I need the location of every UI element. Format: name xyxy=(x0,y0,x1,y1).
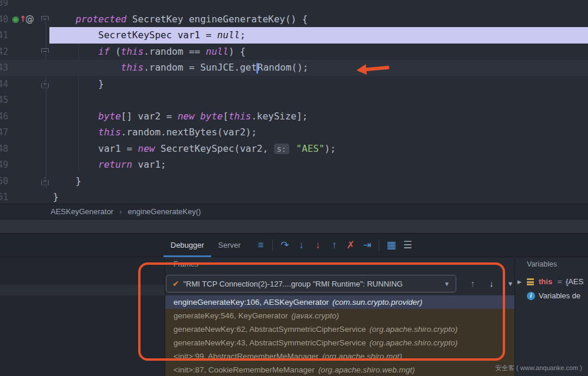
code-line[interactable]: 45 xyxy=(0,92,588,108)
variable-name: this xyxy=(539,275,552,288)
gutter[interactable]: 51 xyxy=(0,189,49,204)
breadcrumb-method[interactable]: engineGenerateKey() xyxy=(128,207,201,216)
frames-filter-button[interactable]: ▼ xyxy=(504,275,514,292)
code-line[interactable]: 48 var1 = new SecretKeySpec(var2, s: "AE… xyxy=(0,141,588,157)
code-line[interactable]: 43 this.random = SunJCE.getRandom(); xyxy=(0,59,588,76)
code-line[interactable]: 46 byte[] var2 = new byte[this.keySize]; xyxy=(0,108,588,125)
variable-row-this[interactable]: ▶ this = {AES xyxy=(515,275,588,288)
line-number[interactable]: 44 xyxy=(0,76,8,93)
fold-start-marker-icon[interactable]: − xyxy=(41,16,49,24)
gutter[interactable]: 49 xyxy=(0,157,49,173)
line-number[interactable]: 42 xyxy=(0,44,8,61)
step-over-icon[interactable]: ↷ xyxy=(276,234,293,257)
threads-panel xyxy=(0,258,165,376)
line-number[interactable]: 48 xyxy=(0,141,8,158)
variable-value: {AES xyxy=(566,275,583,288)
variables-info-row: i Variables de xyxy=(515,290,588,302)
run-to-cursor-icon[interactable]: ⇥ xyxy=(359,234,375,257)
frame-row[interactable]: generateNewKey:62, AbstractSymmetricCiph… xyxy=(165,322,514,336)
gutter[interactable]: 41 xyxy=(0,27,49,44)
code-text: } xyxy=(49,76,588,92)
force-step-into-icon[interactable]: ↓ xyxy=(309,234,326,257)
expand-toggle-icon[interactable]: ▶ xyxy=(517,275,522,288)
frame-package: (org.apache.shiro.crypto) xyxy=(369,338,457,347)
view-menu-icon[interactable]: ≡ xyxy=(252,234,269,257)
variable-icon xyxy=(527,278,534,285)
line-number[interactable]: 40 xyxy=(0,12,8,28)
code-token: } xyxy=(53,191,59,202)
gutter[interactable]: 50− xyxy=(0,173,49,189)
gutter[interactable]: 40↑@− xyxy=(0,11,49,28)
code-token: s: xyxy=(274,144,289,154)
tab-debugger[interactable]: Debugger xyxy=(163,234,211,257)
line-number[interactable]: 51 xyxy=(0,189,8,204)
code-line[interactable]: 50− } xyxy=(0,173,588,189)
evaluate-grid-icon[interactable]: ▦ xyxy=(383,234,399,257)
line-number[interactable]: 47 xyxy=(0,125,8,141)
frame-location: <init>:87, CookieRememberMeManager xyxy=(173,365,315,374)
variables-info-message: Variables de xyxy=(539,290,580,302)
frame-row[interactable]: generateNewKey:43, AbstractSymmetricCiph… xyxy=(165,336,514,350)
step-out-icon[interactable]: ↑ xyxy=(326,234,342,257)
line-number[interactable]: 41 xyxy=(0,28,8,44)
code-token: byte xyxy=(98,111,121,122)
code-line[interactable]: 39 xyxy=(0,0,588,11)
gutter[interactable]: 46 xyxy=(0,108,49,125)
frame-down-button[interactable]: ↓ xyxy=(485,275,498,292)
line-number[interactable]: 50 xyxy=(0,174,8,190)
code-line[interactable]: 40↑@− protected SecretKey engineGenerate… xyxy=(0,11,588,28)
code-token: ; xyxy=(240,29,246,41)
line-number[interactable]: 43 xyxy=(0,60,8,76)
gutter[interactable]: 44− xyxy=(0,76,49,92)
breadcrumb-class[interactable]: AESKeyGenerator xyxy=(51,207,113,216)
code-token: this xyxy=(121,62,144,73)
fold-end-marker-icon[interactable]: − xyxy=(41,178,49,185)
frame-row[interactable]: engineGenerateKey:106, AESKeyGenerator(c… xyxy=(165,295,514,309)
code-token: var1 = xyxy=(98,143,138,154)
frame-row[interactable]: <init>:87, CookieRememberMeManager(org.a… xyxy=(165,363,514,376)
gutter[interactable]: 39 xyxy=(0,0,49,11)
code-token: var1; xyxy=(132,159,166,170)
code-token: [ xyxy=(223,111,229,122)
gutter[interactable]: 45 xyxy=(0,92,49,108)
code-token: this xyxy=(98,127,121,138)
code-token: .random == xyxy=(143,46,206,57)
fold-end-marker-icon[interactable]: − xyxy=(41,81,49,88)
fold-start-marker-icon[interactable]: − xyxy=(41,48,49,56)
variables-panel: Variables ▶ this = {AES i Variables de xyxy=(514,258,588,376)
gutter[interactable]: 48 xyxy=(0,141,49,157)
toolbar-separator xyxy=(379,239,379,251)
code-line[interactable]: 47 this.random.nextBytes(var2); xyxy=(0,124,588,141)
code-line[interactable]: 44− } xyxy=(0,76,588,92)
frame-up-button[interactable]: ↑ xyxy=(466,275,479,292)
breadcrumb: AESKeyGenerator›engineGenerateKey() xyxy=(0,204,588,219)
frame-location: generateKey:546, KeyGenerator xyxy=(173,311,288,320)
gutter[interactable]: 42− xyxy=(0,44,49,60)
run-marker-icon xyxy=(12,16,19,23)
line-number[interactable]: 49 xyxy=(0,157,8,174)
frame-row[interactable]: <init>:99, AbstractRememberMeManager(org… xyxy=(165,350,514,363)
line-number[interactable]: 45 xyxy=(0,92,8,109)
tab-server[interactable]: Server xyxy=(211,234,248,257)
drop-frame-icon[interactable]: ✗ xyxy=(342,234,359,257)
code-token: null xyxy=(206,46,229,57)
code-line[interactable]: 49 return var1; xyxy=(0,157,588,173)
code-editor[interactable]: 3940↑@− protected SecretKey engineGenera… xyxy=(0,0,588,204)
layout-settings-icon[interactable]: ☰ xyxy=(399,234,416,257)
code-text: } xyxy=(49,173,588,189)
code-line[interactable]: 42− if (this.random == null) { xyxy=(0,44,588,60)
frame-row[interactable]: generateKey:546, KeyGenerator(javax.cryp… xyxy=(165,309,514,322)
line-number[interactable]: 39 xyxy=(0,0,8,12)
frame-location: generateNewKey:43, AbstractSymmetricCiph… xyxy=(173,338,366,347)
code-line[interactable]: 51} xyxy=(0,189,588,204)
code-token: null xyxy=(217,29,240,41)
code-token: if xyxy=(98,46,109,57)
frame-location: generateNewKey:62, AbstractSymmetricCiph… xyxy=(173,325,366,334)
thread-selector-label: "RMI TCP Connection(2)-127....group "RMI… xyxy=(183,279,403,288)
code-line[interactable]: 41 SecretKeySpec var1 = null; xyxy=(0,27,588,44)
gutter[interactable]: 47 xyxy=(0,124,49,141)
thread-selector-dropdown[interactable]: ✔ "RMI TCP Connection(2)-127....group "R… xyxy=(166,275,456,292)
step-into-icon[interactable]: ↓ xyxy=(293,234,309,257)
line-number[interactable]: 46 xyxy=(0,109,8,125)
gutter[interactable]: 43 xyxy=(0,59,49,76)
